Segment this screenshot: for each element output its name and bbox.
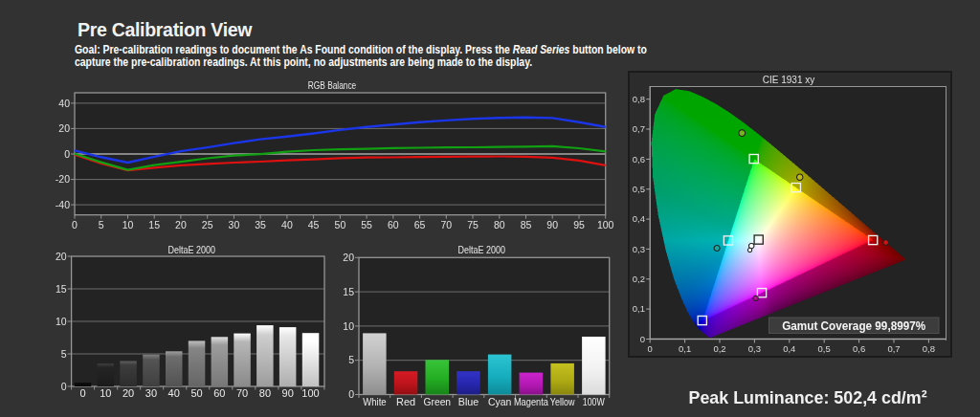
svg-text:85: 85 xyxy=(521,219,532,230)
svg-text:15: 15 xyxy=(148,219,160,230)
svg-text:0: 0 xyxy=(640,334,645,344)
svg-text:70: 70 xyxy=(440,219,452,230)
svg-text:0: 0 xyxy=(348,388,354,400)
svg-text:20: 20 xyxy=(175,219,187,230)
svg-text:White: White xyxy=(363,396,387,407)
svg-text:45: 45 xyxy=(308,219,320,230)
svg-text:65: 65 xyxy=(414,219,426,230)
svg-text:0,4: 0,4 xyxy=(783,343,795,354)
svg-text:55: 55 xyxy=(361,219,372,230)
svg-text:35: 35 xyxy=(255,219,266,230)
svg-text:10: 10 xyxy=(56,316,67,327)
svg-text:0,1: 0,1 xyxy=(679,343,691,354)
svg-text:10: 10 xyxy=(343,320,354,332)
svg-text:Yellow: Yellow xyxy=(550,396,575,407)
svg-text:50: 50 xyxy=(190,387,202,399)
svg-text:0,3: 0,3 xyxy=(748,343,761,354)
svg-text:Gamut Coverage 99,8997%: Gamut Coverage 99,8997% xyxy=(782,318,925,333)
svg-text:Blue: Blue xyxy=(458,396,479,407)
svg-text:70: 70 xyxy=(236,387,248,399)
svg-text:100W: 100W xyxy=(583,396,605,407)
svg-text:0,2: 0,2 xyxy=(713,343,725,354)
svg-text:0: 0 xyxy=(61,381,67,392)
svg-text:0,3: 0,3 xyxy=(633,244,645,254)
svg-text:5: 5 xyxy=(99,219,104,230)
svg-text:0,7: 0,7 xyxy=(887,343,900,354)
svg-text:CIE 1931 xy: CIE 1931 xy xyxy=(763,75,814,85)
svg-text:100: 100 xyxy=(597,219,614,230)
svg-text:-20: -20 xyxy=(56,173,70,185)
svg-text:Magenta: Magenta xyxy=(514,396,549,407)
svg-text:0,7: 0,7 xyxy=(633,123,645,134)
svg-text:40: 40 xyxy=(281,219,293,230)
svg-text:DeltaE 2000: DeltaE 2000 xyxy=(168,244,216,255)
svg-text:10: 10 xyxy=(122,219,134,230)
svg-text:0,5: 0,5 xyxy=(818,343,831,354)
svg-text:20: 20 xyxy=(56,251,67,262)
svg-text:50: 50 xyxy=(335,219,346,230)
svg-text:20: 20 xyxy=(58,122,70,134)
svg-text:40: 40 xyxy=(168,387,180,399)
svg-text:5: 5 xyxy=(61,348,67,360)
svg-text:100: 100 xyxy=(301,387,319,399)
svg-text:30: 30 xyxy=(145,387,157,399)
svg-text:40: 40 xyxy=(58,98,70,109)
svg-text:15: 15 xyxy=(343,286,354,297)
svg-text:0,6: 0,6 xyxy=(853,343,865,354)
svg-text:0,4: 0,4 xyxy=(633,213,645,224)
svg-text:0,2: 0,2 xyxy=(633,274,645,284)
svg-text:75: 75 xyxy=(467,219,479,230)
svg-text:0: 0 xyxy=(72,219,78,230)
svg-text:0: 0 xyxy=(79,387,85,399)
svg-text:5: 5 xyxy=(348,354,354,365)
svg-text:0: 0 xyxy=(64,148,70,160)
svg-text:15: 15 xyxy=(56,283,67,295)
svg-text:10: 10 xyxy=(100,387,111,399)
svg-text:Red: Red xyxy=(396,396,415,407)
svg-text:0,8: 0,8 xyxy=(923,343,935,354)
svg-text:0: 0 xyxy=(648,343,653,354)
svg-text:80: 80 xyxy=(494,219,505,230)
svg-text:60: 60 xyxy=(388,219,399,230)
svg-text:DeltaE 2000: DeltaE 2000 xyxy=(458,244,506,255)
svg-text:20: 20 xyxy=(343,252,354,263)
svg-text:RGB Balance: RGB Balance xyxy=(308,79,357,91)
svg-text:90: 90 xyxy=(282,387,294,399)
svg-text:0,8: 0,8 xyxy=(633,94,645,104)
svg-text:95: 95 xyxy=(573,219,585,230)
svg-text:90: 90 xyxy=(546,219,558,230)
svg-text:25: 25 xyxy=(202,219,213,230)
svg-text:0,1: 0,1 xyxy=(633,303,645,314)
svg-text:Green: Green xyxy=(424,396,452,407)
svg-text:0,6: 0,6 xyxy=(633,154,645,165)
svg-text:0,5: 0,5 xyxy=(633,184,645,194)
svg-text:Cyan: Cyan xyxy=(488,396,512,407)
svg-text:80: 80 xyxy=(259,387,271,399)
svg-text:30: 30 xyxy=(229,219,240,230)
svg-text:60: 60 xyxy=(213,387,225,399)
svg-text:-40: -40 xyxy=(56,199,70,210)
svg-text:20: 20 xyxy=(122,387,134,399)
